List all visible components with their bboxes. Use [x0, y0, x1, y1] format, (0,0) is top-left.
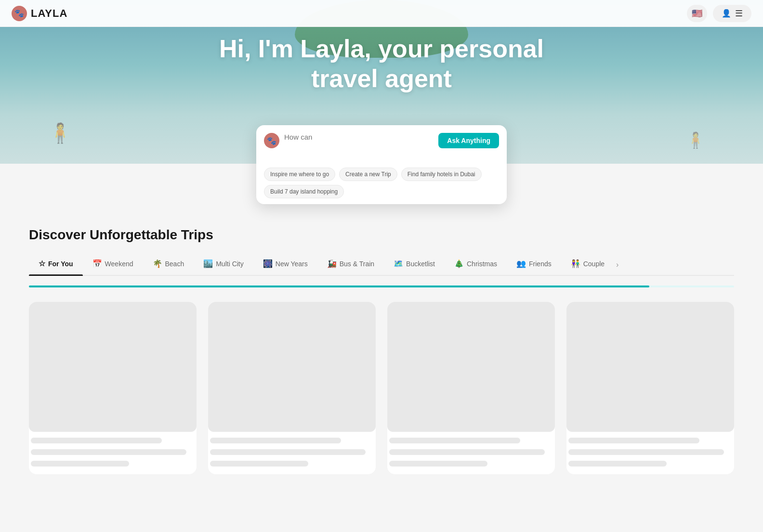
card-image	[29, 302, 197, 432]
flag-icon: 🇺🇸	[692, 8, 702, 19]
tab-christmas[interactable]: 🎄 Christmas	[445, 254, 507, 275]
card-body	[387, 438, 555, 474]
trip-card[interactable]	[29, 302, 197, 474]
card-title-line	[210, 438, 341, 443]
tab-label-couple: Couple	[583, 260, 605, 268]
card-desc-line-2	[389, 461, 487, 467]
trip-cards-grid	[29, 302, 734, 474]
tabs-chevron-right[interactable]: ›	[616, 260, 618, 269]
search-suggestions: Inspire me where to go Create a new Trip…	[264, 168, 499, 198]
tab-label-bucketlist: Bucketlist	[406, 260, 435, 268]
navbar: 🐾 LAYLA 🇺🇸 👤 ☰	[0, 0, 763, 27]
tab-label-for-you: For You	[48, 260, 73, 268]
tab-label-multi-city: Multi City	[216, 260, 244, 268]
tab-icon-couple: 👫	[571, 259, 580, 268]
menu-icon: ☰	[735, 8, 743, 19]
loading-progress-bar	[29, 285, 734, 287]
card-desc-line-1	[389, 449, 545, 455]
ask-anything-button[interactable]: Ask Anything	[438, 133, 499, 148]
logo-text: LAYLA	[31, 7, 67, 20]
suggestion-chip-hotels-dubai[interactable]: Find family hotels in Dubai	[401, 168, 482, 181]
tab-bus-train[interactable]: 🚂 Bus & Train	[317, 254, 384, 275]
card-desc-line-2	[31, 461, 129, 467]
tab-label-christmas: Christmas	[467, 260, 497, 268]
hero-figure-right: 🧍	[686, 131, 705, 149]
suggestion-chip-island-hopping[interactable]: Build 7 day island hopping	[264, 185, 344, 198]
tab-multi-city[interactable]: 🏙️ Multi City	[194, 254, 253, 275]
card-desc-line-2	[210, 461, 308, 467]
card-body	[566, 438, 734, 474]
card-desc-line-1	[568, 449, 724, 455]
card-desc-line-1	[210, 449, 366, 455]
logo-avatar: 🐾	[12, 6, 27, 21]
section-title: Discover Unforgettable Trips	[29, 227, 734, 243]
card-image	[387, 302, 555, 432]
card-title-line	[568, 438, 699, 443]
card-body	[29, 438, 197, 474]
tabs-container: ☆ For You 📅 Weekend 🌴 Beach 🏙️ Multi Cit…	[29, 254, 734, 276]
search-input-area	[284, 133, 434, 164]
tab-label-weekend: Weekend	[105, 260, 133, 268]
tab-icon-multi-city: 🏙️	[203, 259, 213, 268]
tab-label-beach: Beach	[165, 260, 184, 268]
logo[interactable]: 🐾 LAYLA	[12, 6, 67, 21]
card-body	[208, 438, 376, 474]
suggestion-chip-inspire[interactable]: Inspire me where to go	[264, 168, 335, 181]
card-desc-line-2	[568, 461, 667, 467]
loading-progress-fill	[29, 285, 649, 287]
card-title-line	[389, 438, 520, 443]
tab-label-bus-train: Bus & Train	[340, 260, 374, 268]
search-avatar: 🐾	[264, 133, 279, 148]
user-icon: 👤	[722, 9, 731, 18]
navbar-right: 🇺🇸 👤 ☰	[687, 5, 751, 22]
trip-card[interactable]	[208, 302, 376, 474]
tab-for-you[interactable]: ☆ For You	[29, 254, 83, 275]
tab-friends[interactable]: 👥 Friends	[507, 254, 561, 275]
tab-icon-bus-train: 🚂	[327, 259, 337, 268]
tab-new-years[interactable]: 🎆 New Years	[253, 254, 317, 275]
tab-weekend[interactable]: 📅 Weekend	[83, 254, 143, 275]
tab-couple[interactable]: 👫 Couple	[561, 254, 614, 275]
tab-icon-for-you: ☆	[39, 259, 45, 268]
tab-icon-friends: 👥	[516, 259, 526, 268]
tab-icon-weekend: 📅	[92, 259, 102, 268]
search-box-top: 🐾 Ask Anything	[264, 133, 499, 164]
language-button[interactable]: 🇺🇸	[687, 5, 707, 22]
search-box-wrapper: 🐾 Ask Anything Inspire me where to go Cr…	[256, 125, 507, 204]
search-input[interactable]	[284, 133, 434, 162]
tab-icon-beach: 🌴	[153, 259, 162, 268]
main-content: Discover Unforgettable Trips ☆ For You 📅…	[0, 204, 763, 474]
card-desc-line-1	[31, 449, 186, 455]
search-box: 🐾 Ask Anything Inspire me where to go Cr…	[256, 125, 507, 204]
tab-icon-christmas: 🎄	[454, 259, 464, 268]
tab-label-new-years: New Years	[276, 260, 308, 268]
tab-icon-new-years: 🎆	[263, 259, 273, 268]
suggestion-chip-create-trip[interactable]: Create a new Trip	[339, 168, 397, 181]
card-title-line	[31, 438, 162, 443]
tab-label-friends: Friends	[529, 260, 552, 268]
user-menu-button[interactable]: 👤 ☰	[713, 5, 751, 22]
trip-card[interactable]	[387, 302, 555, 474]
tab-icon-bucketlist: 🗺️	[394, 259, 403, 268]
trip-card[interactable]	[566, 302, 734, 474]
card-image	[566, 302, 734, 432]
card-image	[208, 302, 376, 432]
tab-beach[interactable]: 🌴 Beach	[143, 254, 194, 275]
tab-bucketlist[interactable]: 🗺️ Bucketlist	[384, 254, 445, 275]
hero-figure-left: 🧍	[48, 122, 72, 144]
hero-title: Hi, I'm Layla, your personal travel agen…	[219, 34, 544, 94]
